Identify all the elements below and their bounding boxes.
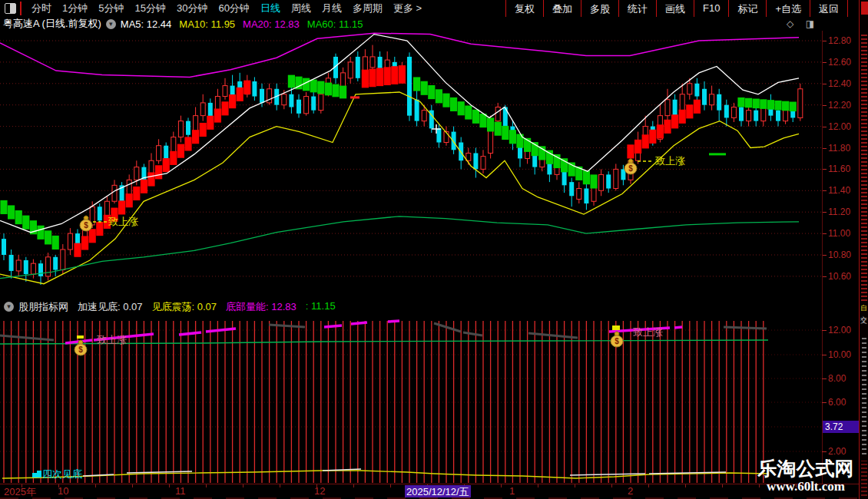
axis-tick (822, 402, 827, 403)
value-label: 8.00 (828, 373, 846, 384)
sidebar-red-block (861, 2, 868, 15)
value-label: 6.00 (828, 397, 846, 408)
bottom-annotation-text: 四次见底 (42, 468, 82, 480)
indicator-field: 加速见底: 0.07 (78, 300, 143, 314)
svg-text:$: $ (78, 345, 83, 354)
price-label: 12.60 (828, 57, 851, 68)
toolbar-item-60分钟[interactable]: 60分钟 (218, 2, 249, 15)
stock-title[interactable]: 粤高速A (日线.前复权) (3, 17, 101, 31)
toolbar-item-日线[interactable]: 日线 (260, 2, 280, 15)
date-tick (243, 484, 244, 487)
svg-text:$: $ (84, 221, 88, 230)
toolbar-button-多股[interactable]: 多股 (581, 0, 618, 17)
date-label: 10 (58, 485, 68, 497)
main-candlestick-chart[interactable]: 致上涨$致上涨$ (0, 31, 822, 298)
axis-tick (822, 451, 827, 452)
sub-grid-layer (0, 330, 822, 451)
date-tick (501, 484, 502, 487)
title-bar: 粤高速A (日线.前复权) ▾ MA5: 12.44MA10: 11.95MA2… (0, 17, 859, 31)
ma-values: MA5: 12.44MA10: 11.95MA20: 12.83MA60: 11… (121, 18, 371, 30)
chevron-down-icon[interactable]: ▾ (106, 19, 116, 29)
date-tick (648, 484, 649, 487)
price-label: 11.40 (828, 185, 850, 196)
toolbar-divider (20, 2, 22, 15)
toolbar-button-标记[interactable]: 标记 (728, 0, 766, 17)
sidebar-vertical-text-3 (861, 461, 867, 496)
toolbar-left-items: 分时1分钟5分钟15分钟30分钟60分钟日线周线月线多周期更多 > (26, 2, 427, 15)
buy-signal: 致上涨 (638, 155, 685, 167)
date-tick (685, 484, 686, 487)
svg-text:$: $ (615, 337, 619, 345)
date-tick (206, 484, 207, 487)
indicator-field: 股朋指标网 (18, 300, 68, 314)
toolbar-item-更多 >[interactable]: 更多 > (393, 2, 422, 15)
toolbar-item-5分钟[interactable]: 5分钟 (98, 2, 124, 15)
ma-value: MA60: 11.15 (307, 18, 363, 30)
chevron-down-icon[interactable]: ▾ (4, 302, 14, 312)
svg-text:致上涨: 致上涨 (655, 155, 685, 167)
ma-value: MA10: 11.95 (179, 18, 235, 30)
price-label: 11.80 (828, 143, 850, 154)
toolbar-button-统计[interactable]: 统计 (618, 0, 656, 17)
indicator-field: : 11.15 (306, 300, 336, 314)
toolbar-button-叠加[interactable]: 叠加 (543, 0, 581, 17)
toolbar-item-月线[interactable]: 月线 (322, 2, 342, 15)
date-label: 2 (628, 485, 633, 497)
trading-app-window: 分时1分钟5分钟15分钟30分钟60分钟日线周线月线多周期更多 > 复权叠加多股… (0, 0, 868, 499)
toolbar-item-分时[interactable]: 分时 (31, 2, 51, 15)
toolbar-button-F10[interactable]: F10 (694, 0, 728, 17)
sidebar-glyph-2: 交 (860, 316, 867, 324)
toolbar-button-画线[interactable]: 画线 (656, 0, 694, 17)
last-value-badge: 3.72 (823, 421, 859, 433)
window-split-icon[interactable] (5, 3, 16, 14)
money-bag-icon: $ (611, 332, 623, 347)
toolbar-button-返回[interactable]: 返回 (810, 0, 848, 17)
ma-value: MA5: 12.44 (121, 18, 172, 30)
money-bag-icon: $ (624, 159, 637, 174)
value-label: 12.00 (828, 325, 851, 335)
axis-tick (822, 378, 827, 379)
toolbar-item-1分钟[interactable]: 1分钟 (62, 2, 88, 15)
date-axis[interactable]: 2025年1011122025/12/12/五12 (0, 484, 859, 498)
indicator-field: 见底震荡: 0.07 (152, 300, 217, 314)
toolbar-button-复权[interactable]: 复权 (505, 0, 543, 17)
svg-text:致上涨: 致上涨 (108, 216, 138, 227)
indicator-field: 底部量能: 12.83 (226, 300, 297, 314)
sidebar-vertical-text-2 (862, 336, 866, 454)
value-label: 10.00 (828, 349, 851, 360)
period-toolbar: 分时1分钟5分钟15分钟30分钟60分钟日线周线月线多周期更多 > 复权叠加多股… (0, 0, 859, 17)
indicator-fields: 股朋指标网加速见底: 0.07见底震荡: 0.07底部量能: 12.83: 11… (18, 300, 345, 314)
toolbar-button-+自选[interactable]: +自选 (766, 0, 810, 17)
date-tick (722, 484, 723, 487)
indicator-header: ▾ 股朋指标网加速见底: 0.07见底震荡: 0.07底部量能: 12.83: … (0, 299, 822, 315)
sidebar-glyph-1: 自 (860, 304, 867, 312)
window-corner-icons[interactable]: ◇ ◨ (787, 18, 819, 29)
svg-text:致上涨: 致上涨 (633, 326, 663, 338)
date-label: 1 (509, 485, 515, 497)
price-label: 10.60 (828, 271, 851, 282)
date-tick (353, 484, 354, 487)
date-tick (132, 484, 133, 487)
date-tick (538, 484, 538, 487)
watermark-site-name: 乐淘公式网 (755, 458, 856, 479)
value-label: 2.00 (828, 446, 846, 457)
axis-tick (822, 355, 827, 355)
price-label: 11.20 (828, 207, 850, 217)
indicator-sub-chart[interactable]: 四次见底致上涨$致上涨$ (0, 315, 822, 484)
toolbar-item-周线[interactable]: 周线 (291, 2, 311, 15)
toolbar-item-30分钟[interactable]: 30分钟 (177, 2, 207, 15)
date-label: 12 (314, 485, 325, 497)
price-label: 10.80 (828, 250, 851, 260)
watermark: 乐淘公式网 www.60lt.com (755, 458, 856, 494)
ma-value: MA20: 12.83 (243, 18, 300, 30)
price-label: 12.00 (828, 121, 851, 132)
right-sidebar-strip[interactable]: 自 交 (859, 0, 868, 499)
date-tick (169, 484, 170, 487)
toolbar-item-15分钟[interactable]: 15分钟 (134, 2, 165, 15)
date-tick (95, 484, 96, 487)
date-tick (280, 484, 280, 487)
date-tick (611, 484, 612, 487)
date-tick (390, 484, 391, 487)
svg-text:$: $ (628, 164, 633, 173)
toolbar-item-多周期[interactable]: 多周期 (353, 2, 383, 15)
